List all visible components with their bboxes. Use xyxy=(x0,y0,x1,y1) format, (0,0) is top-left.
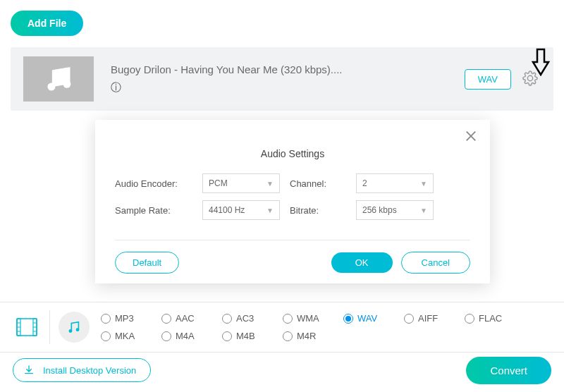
radio-icon xyxy=(343,314,353,324)
dialog-title: Audio Settings xyxy=(115,148,470,159)
radio-icon xyxy=(101,331,111,341)
filmstrip-icon xyxy=(16,318,37,336)
channel-select[interactable]: 2▼ xyxy=(356,173,434,193)
close-button[interactable] xyxy=(465,130,477,145)
format-option-flac[interactable]: FLAC xyxy=(465,313,525,324)
format-option-mp3[interactable]: MP3 xyxy=(101,313,161,324)
radio-icon xyxy=(404,314,414,324)
divider xyxy=(115,240,470,240)
format-option-m4b[interactable]: M4B xyxy=(222,331,283,341)
chevron-down-icon: ▼ xyxy=(266,180,274,188)
format-option-label: M4R xyxy=(297,331,316,341)
video-tab[interactable] xyxy=(13,313,41,341)
radio-icon xyxy=(465,314,474,324)
music-note-icon xyxy=(43,63,74,94)
format-option-label: MKA xyxy=(115,331,135,341)
radio-icon xyxy=(161,314,171,324)
info-icon[interactable]: ⓘ xyxy=(111,81,121,93)
format-option-wav[interactable]: WAV xyxy=(343,313,404,324)
svg-point-12 xyxy=(76,328,80,331)
svg-point-11 xyxy=(69,329,73,333)
chevron-down-icon: ▼ xyxy=(420,207,427,214)
channel-label: Channel: xyxy=(290,178,346,189)
music-note-icon xyxy=(66,319,82,335)
radio-icon xyxy=(283,331,293,341)
format-option-ac3[interactable]: AC3 xyxy=(222,313,283,324)
bottom-bar: Install Desktop Version Convert xyxy=(0,354,564,386)
chevron-down-icon: ▼ xyxy=(266,207,274,214)
install-desktop-label: Install Desktop Version xyxy=(43,365,136,376)
bitrate-select[interactable]: 256 kbps▼ xyxy=(356,200,434,220)
radio-icon xyxy=(283,314,293,324)
radio-icon xyxy=(222,331,232,341)
format-option-m4r[interactable]: M4R xyxy=(283,331,343,341)
sample-rate-label: Sample Rate: xyxy=(115,205,192,216)
encoder-label: Audio Encoder: xyxy=(115,178,192,189)
cancel-button[interactable]: Cancel xyxy=(401,252,470,274)
radio-icon xyxy=(222,314,232,324)
convert-button[interactable]: Convert xyxy=(466,357,551,384)
file-title: Bugoy Drilon - Having You Near Me (320 k… xyxy=(111,63,465,75)
format-option-label: M4B xyxy=(236,331,255,341)
default-button[interactable]: Default xyxy=(115,252,179,274)
sample-rate-select[interactable]: 44100 Hz▼ xyxy=(202,200,280,220)
sample-rate-value: 44100 Hz xyxy=(209,205,245,215)
audio-tab[interactable] xyxy=(59,312,90,343)
arrow-annotation-icon xyxy=(530,48,551,76)
format-option-label: AAC xyxy=(176,313,195,324)
format-option-label: WMA xyxy=(297,313,319,324)
add-file-button[interactable]: Add File xyxy=(11,11,83,36)
format-option-aac[interactable]: AAC xyxy=(161,313,222,324)
bitrate-value: 256 kbps xyxy=(362,205,397,215)
install-desktop-button[interactable]: Install Desktop Version xyxy=(13,358,151,382)
format-option-m4a[interactable]: M4A xyxy=(161,331,222,341)
format-option-label: AC3 xyxy=(236,313,254,324)
format-option-label: WAV xyxy=(357,313,377,324)
format-badge[interactable]: WAV xyxy=(465,69,511,90)
file-item: Bugoy Drilon - Having You Near Me (320 k… xyxy=(11,47,553,111)
ok-button[interactable]: OK xyxy=(331,252,393,273)
format-option-label: FLAC xyxy=(479,313,502,324)
format-bar: MP3AACAC3WMAWAVAIFFFLACMKAM4AM4BM4R xyxy=(0,302,564,353)
audio-settings-dialog: Audio Settings Audio Encoder: PCM▼ Chann… xyxy=(95,120,490,283)
chevron-down-icon: ▼ xyxy=(420,180,427,188)
radio-icon xyxy=(161,331,171,341)
svg-point-1 xyxy=(63,80,70,88)
close-icon xyxy=(465,130,477,142)
bitrate-label: Bitrate: xyxy=(290,205,346,216)
encoder-select[interactable]: PCM▼ xyxy=(202,173,280,193)
file-thumbnail xyxy=(23,56,94,102)
radio-icon xyxy=(101,314,111,324)
download-icon xyxy=(23,365,35,376)
svg-point-0 xyxy=(47,83,55,91)
format-option-aiff[interactable]: AIFF xyxy=(404,313,465,324)
format-options: MP3AACAC3WMAWAVAIFFFLACMKAM4AM4BM4R xyxy=(101,313,525,341)
format-option-mka[interactable]: MKA xyxy=(101,331,161,341)
format-option-label: AIFF xyxy=(418,313,438,324)
encoder-value: PCM xyxy=(209,178,228,188)
format-option-label: M4A xyxy=(176,331,195,341)
channel-value: 2 xyxy=(362,178,367,188)
format-option-wma[interactable]: WMA xyxy=(283,313,343,324)
divider xyxy=(49,310,50,344)
format-option-label: MP3 xyxy=(115,313,134,324)
